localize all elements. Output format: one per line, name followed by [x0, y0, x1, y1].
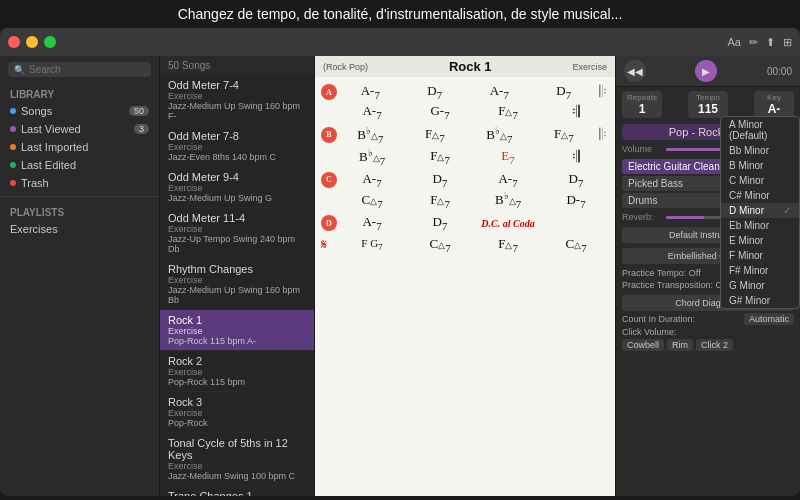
chord-cell: B♭△7: [339, 147, 405, 167]
chord-cell: B♭△7: [468, 125, 531, 145]
song-list-header: 50 Songs: [160, 56, 314, 75]
rewind-button[interactable]: ◀◀: [624, 60, 646, 82]
chord-cell: E7: [475, 148, 541, 166]
chord-cell: F△7: [475, 103, 541, 121]
list-item[interactable]: Rock 2 Exercise Pop-Rock 115 bpm: [160, 351, 314, 392]
chord-cell: F△7: [404, 126, 467, 144]
key-option-g-minor[interactable]: G Minor: [721, 278, 799, 293]
key-option-eb-minor[interactable]: Eb Minor: [721, 218, 799, 233]
search-bar[interactable]: 🔍: [8, 62, 151, 77]
sidebar-item-exercises[interactable]: Exercises: [0, 220, 159, 238]
last-viewed-label: Last Viewed: [21, 123, 81, 135]
chord-cell: 𝄇: [543, 103, 609, 121]
banner-text: Changez de tempo, de tonalité, d'instrum…: [178, 6, 623, 22]
main-layout: 🔍 Library Songs 50 Last Viewed 3 Last Im…: [0, 56, 800, 496]
play-button[interactable]: ▶: [695, 60, 717, 82]
repeat-bar: 𝄆: [597, 126, 609, 144]
chord-cell: D7: [543, 171, 609, 189]
title-bar: Aa ✏ ⬆ ⊞: [0, 28, 800, 56]
list-item[interactable]: Trane Changes 1 Exercise Jazz-Medium Up …: [160, 486, 314, 496]
sidebar-divider: [0, 196, 159, 197]
chord-row-d: D A-7 D7 D.C. al Coda: [321, 214, 609, 232]
key-box[interactable]: Key A-: [754, 91, 794, 118]
list-item[interactable]: Odd Meter 7-4 Exercise Jazz-Medium Up Sw…: [160, 75, 314, 126]
chord-row-a2: A-7 G-7 F△7 𝄇: [321, 103, 609, 121]
key-option-b-minor[interactable]: B Minor: [721, 158, 799, 173]
close-button[interactable]: [8, 36, 20, 48]
songs-dot: [10, 108, 16, 114]
app-window: Aa ✏ ⬆ ⊞ 🔍 Library Songs 50 Last Viewed …: [0, 28, 800, 496]
playlists-label: Playlists: [0, 201, 159, 220]
time-display: 00:00: [767, 66, 792, 77]
maximize-button[interactable]: [44, 36, 56, 48]
library-label: Library: [0, 83, 159, 102]
chord-cell: A-7: [468, 83, 531, 101]
list-item[interactable]: Tonal Cycle of 5ths in 12 Keys Exercise …: [160, 433, 314, 486]
sheet-area: (Rock Pop) Rock 1 Exercise A A-7 D7 A-7 …: [315, 56, 615, 496]
section-marker-d: D: [321, 215, 337, 231]
section-marker-a: A: [321, 84, 337, 100]
minimize-button[interactable]: [26, 36, 38, 48]
reverb-fill: [666, 216, 704, 219]
count-in-value[interactable]: Automatic: [744, 313, 794, 325]
sidebar-item-last-imported[interactable]: Last Imported: [0, 138, 159, 156]
list-item[interactable]: Odd Meter 7-8 Exercise Jazz-Even 8ths 14…: [160, 126, 314, 167]
key-option-e-minor[interactable]: E Minor: [721, 233, 799, 248]
list-item[interactable]: Rock 3 Exercise Pop-Rock: [160, 392, 314, 433]
search-input[interactable]: [29, 64, 145, 75]
last-edited-label: Last Edited: [21, 159, 76, 171]
key-option-fsharp-minor[interactable]: F# Minor: [721, 263, 799, 278]
chord-cell: F△7: [475, 236, 541, 254]
last-imported-dot: [10, 144, 16, 150]
key-option-d-minor[interactable]: D Minor ✓: [721, 203, 799, 218]
reverb-label: Reverb:: [622, 212, 662, 222]
sidebar-item-trash[interactable]: Trash: [0, 174, 159, 192]
count-in-row: Count In Duration: Automatic: [622, 313, 794, 325]
sheet-tag-right: Exercise: [572, 62, 607, 72]
count-in-label: Count In Duration:: [622, 314, 695, 324]
list-item[interactable]: Odd Meter 9-4 Exercise Jazz-Medium Up Sw…: [160, 167, 314, 208]
list-item[interactable]: Odd Meter 11-4 Exercise Jazz-Up Tempo Sw…: [160, 208, 314, 259]
dc-al-coda: D.C. al Coda: [475, 218, 541, 229]
key-option-c-minor[interactable]: C Minor: [721, 173, 799, 188]
key-option-a-minor[interactable]: A Minor (Default): [721, 117, 799, 143]
grid-icon[interactable]: ⊞: [783, 36, 792, 49]
chord-cell: D-7: [543, 192, 609, 210]
chord-cell: D7: [404, 83, 467, 101]
key-dropdown: A Minor (Default) Bb Minor B Minor C Min…: [720, 116, 800, 309]
key-option-gsharp-minor[interactable]: G# Minor: [721, 293, 799, 308]
key-option-csharp-minor[interactable]: C# Minor: [721, 188, 799, 203]
repeats-value: 1: [627, 102, 657, 116]
key-option-f-minor[interactable]: F Minor: [721, 248, 799, 263]
tempo-value: 115: [693, 102, 723, 116]
tempo-box[interactable]: Tempo 115: [688, 91, 728, 118]
chord-cell: D7: [407, 171, 473, 189]
rim-button[interactable]: Rim: [667, 339, 693, 351]
pencil-icon[interactable]: ✏: [749, 36, 758, 49]
cowbell-button[interactable]: Cowbell: [622, 339, 664, 351]
chord-cell: F△7: [533, 126, 596, 144]
chord-cell: F△7: [407, 192, 473, 210]
sidebar-item-songs[interactable]: Songs 50: [0, 102, 159, 120]
section-marker-b: B: [321, 127, 337, 143]
font-icon[interactable]: Aa: [728, 36, 741, 48]
click-button[interactable]: Click 2: [696, 339, 733, 351]
chord-row-coda: 𝄋 F G7 C△7 F△7 C△7: [321, 236, 609, 254]
chord-cell: D7: [407, 214, 473, 232]
list-item[interactable]: Rhythm Changes Exercise Jazz-Medium Up S…: [160, 259, 314, 310]
share-icon[interactable]: ⬆: [766, 36, 775, 49]
sidebar-item-last-viewed[interactable]: Last Viewed 3: [0, 120, 159, 138]
chord-row-b: B B♭△7 F△7 B♭△7 F△7 𝄆: [321, 125, 609, 145]
last-edited-dot: [10, 162, 16, 168]
last-imported-label: Last Imported: [21, 141, 88, 153]
key-option-bb-minor[interactable]: Bb Minor: [721, 143, 799, 158]
chord-row-c2: C△7 F△7 B♭△7 D-7: [321, 190, 609, 210]
sidebar-item-last-edited[interactable]: Last Edited: [0, 156, 159, 174]
toolbar-icons: Aa ✏ ⬆ ⊞: [728, 36, 792, 49]
chord-cell: A-7: [475, 171, 541, 189]
list-item-selected[interactable]: Rock 1 Exercise Pop-Rock 115 bpm A-: [160, 310, 314, 351]
repeats-box[interactable]: Repeats 1: [622, 91, 662, 118]
exercises-label: Exercises: [10, 223, 58, 235]
key-label: Key: [759, 93, 789, 102]
section-marker-c: C: [321, 172, 337, 188]
